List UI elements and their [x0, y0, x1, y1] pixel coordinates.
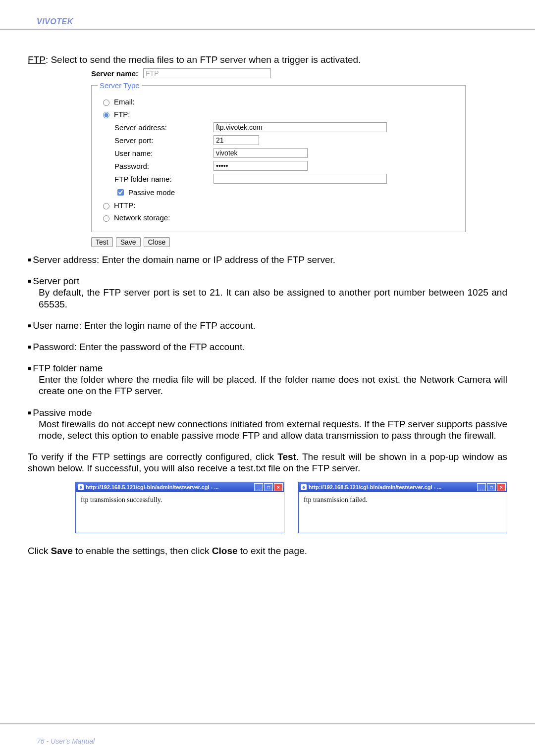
radio-netstorage[interactable]	[103, 215, 109, 222]
radio-netstorage-label: Network storage:	[114, 213, 170, 222]
maximize-icon[interactable]: □	[487, 483, 496, 491]
ftp-port-label: Server port:	[114, 136, 214, 145]
intro-tail: : Select to send the media files to an F…	[46, 54, 361, 65]
minimize-icon[interactable]: _	[254, 483, 263, 491]
verify-paragraph: To verify if the FTP settings are correc…	[28, 451, 507, 474]
bullet-icon: ■	[28, 344, 31, 351]
save-button[interactable]: Save	[116, 237, 141, 247]
test-bold: Test	[277, 452, 296, 462]
server-type-fieldset: Server Type Email: FTP: Server address:	[91, 81, 466, 232]
popup-fail-title: http://192.168.5.121/cgi-bin/admin/tests…	[309, 484, 441, 490]
server-name-label: Server name:	[91, 69, 138, 78]
passive-mode-checkbox[interactable]	[117, 189, 124, 196]
popup-fail-body: ftp transmission failed.	[299, 492, 507, 533]
bullet-icon: ■	[28, 256, 31, 263]
intro-text: FTP: Select to send the media files to a…	[28, 54, 507, 65]
ftp-folder-input[interactable]	[214, 174, 387, 184]
ftp-username-label: User name:	[114, 149, 214, 157]
ftp-password-input[interactable]	[214, 161, 308, 171]
save-bold: Save	[51, 546, 72, 556]
page-footer: 76 - User's Manual	[0, 723, 535, 756]
close-icon[interactable]: ×	[274, 483, 283, 491]
ftp-address-label: Server address:	[114, 123, 214, 132]
bullet-user-name: ■User name: Enter the login name of the …	[28, 320, 507, 331]
popup-success-titlebar: e http://192.168.5.121/cgi-bin/admin/tes…	[76, 482, 284, 492]
ftp-password-label: Password:	[114, 162, 214, 170]
radio-http[interactable]	[103, 203, 109, 209]
brand-logo: VIVOTEK	[37, 17, 73, 26]
ftp-details: Server address: Server port: User name: …	[114, 122, 459, 197]
footer-page: 76	[37, 737, 45, 745]
server-name-input[interactable]	[143, 68, 271, 78]
ie-icon: e	[301, 484, 307, 490]
closing-paragraph: Click Save to enable the settings, then …	[28, 545, 507, 556]
footer-title: User's Manual	[51, 737, 95, 745]
ftp-underlined-label: FTP	[28, 54, 46, 65]
radio-http-label: HTTP:	[114, 201, 135, 209]
radio-email-label: Email:	[114, 98, 135, 106]
form-button-row: Test Save Close	[91, 237, 468, 247]
bullet-server-address: ■Server address: Enter the domain name o…	[28, 254, 507, 265]
popup-fail: e http://192.168.5.121/cgi-bin/admin/tes…	[298, 482, 507, 533]
minimize-icon[interactable]: _	[477, 483, 486, 491]
popup-examples: e http://192.168.5.121/cgi-bin/admin/tes…	[75, 482, 507, 533]
popup-success-title: http://192.168.5.121/cgi-bin/admin/tests…	[86, 484, 218, 490]
bullet-passive: ■Passive mode Most firewalls do not acce…	[28, 407, 507, 442]
radio-ftp-label: FTP:	[114, 110, 130, 118]
close-bold: Close	[212, 546, 238, 556]
page-header: VIVOTEK	[0, 0, 535, 30]
ie-icon: e	[78, 484, 84, 490]
maximize-icon[interactable]: □	[264, 483, 273, 491]
bullet-password: ■Password: Enter the password of the FTP…	[28, 341, 507, 353]
radio-email-row[interactable]: Email:	[101, 98, 459, 106]
radio-ftp-row[interactable]: FTP:	[101, 110, 459, 118]
bullet-icon: ■	[28, 365, 31, 372]
popup-fail-titlebar: e http://192.168.5.121/cgi-bin/admin/tes…	[299, 482, 507, 492]
ftp-port-input[interactable]	[214, 135, 259, 145]
bullet-server-port: ■Server port By default, the FTP server …	[28, 275, 507, 310]
passive-mode-row[interactable]: Passive mode	[115, 188, 459, 197]
server-type-legend: Server Type	[98, 81, 142, 90]
popup-success-body: ftp transmission successfully.	[76, 492, 284, 533]
test-button[interactable]: Test	[91, 237, 113, 247]
radio-ftp[interactable]	[103, 112, 109, 118]
radio-netstorage-row[interactable]: Network storage:	[101, 213, 459, 222]
ftp-folder-label: FTP folder name:	[114, 175, 214, 183]
bullet-icon: ■	[28, 278, 31, 285]
ftp-username-input[interactable]	[214, 148, 308, 158]
bullet-folder: ■FTP folder name Enter the folder where …	[28, 362, 507, 397]
radio-email[interactable]	[103, 100, 109, 106]
popup-success: e http://192.168.5.121/cgi-bin/admin/tes…	[75, 482, 284, 533]
bullet-icon: ■	[28, 409, 31, 416]
close-icon[interactable]: ×	[497, 483, 506, 491]
server-settings-form: Server name: Server Type Email: FTP: Ser…	[91, 68, 468, 247]
passive-mode-label: Passive mode	[128, 188, 175, 197]
radio-http-row[interactable]: HTTP:	[101, 201, 459, 209]
close-button[interactable]: Close	[144, 237, 170, 247]
bullet-icon: ■	[28, 322, 31, 329]
explanation-section: ■Server address: Enter the domain name o…	[28, 254, 507, 441]
ftp-address-input[interactable]	[214, 122, 387, 132]
